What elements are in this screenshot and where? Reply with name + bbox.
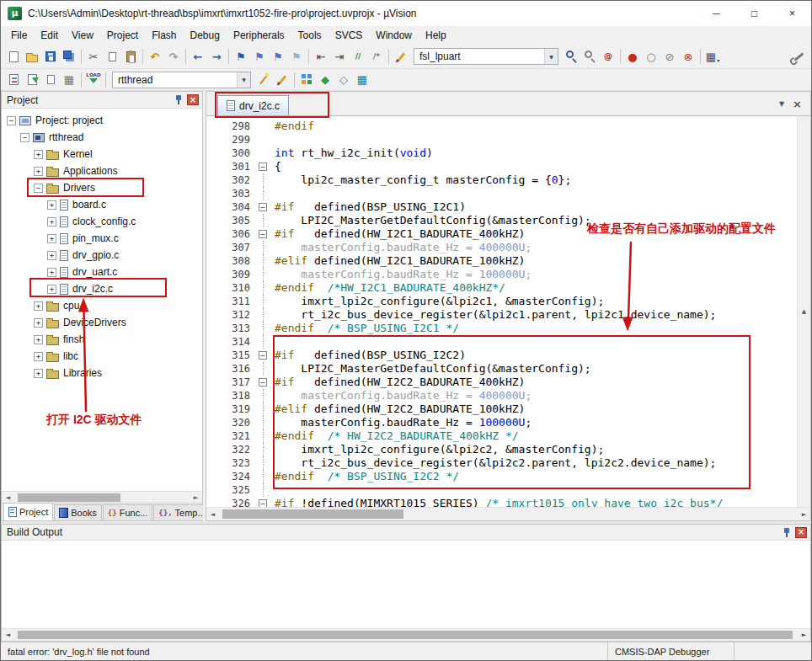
- code-line-309[interactable]: 309 masterConfig.baudRate_Hz = 100000U;: [206, 268, 797, 281]
- tree-expander-icon[interactable]: +: [34, 369, 43, 378]
- code-line-306[interactable]: 306−#if defined(HW_I2C1_BADURATE_400kHZ): [206, 227, 797, 241]
- code-line-312[interactable]: 312 rt_i2c_bus_device_register(&lpi2c1.p…: [206, 308, 797, 322]
- tree-expander-icon[interactable]: +: [34, 167, 43, 176]
- bookmark-toggle-icon[interactable]: ⚑: [232, 47, 250, 66]
- find-in-files-icon[interactable]: [562, 47, 580, 66]
- menu-window[interactable]: Window: [369, 27, 419, 44]
- redo-icon[interactable]: ↷: [164, 47, 183, 66]
- scroll-thumb[interactable]: [18, 493, 120, 502]
- bookmark-next-icon[interactable]: ⚑: [269, 47, 287, 66]
- tree-expander-icon[interactable]: −: [7, 116, 16, 125]
- tree-item-label[interactable]: cpu: [63, 300, 79, 312]
- save-file-icon[interactable]: [41, 47, 60, 66]
- scroll-left-icon[interactable]: [2, 629, 14, 641]
- code-line-315[interactable]: 315−#if defined(BSP_USING_I2C2): [206, 349, 797, 362]
- code-line-324[interactable]: 324#endif /* BSP_USING_I2C2 */: [206, 470, 797, 483]
- disable-all-breakpoints-icon[interactable]: ⊘: [660, 47, 679, 66]
- tree-item-label[interactable]: Drivers: [63, 182, 95, 194]
- code-line-310[interactable]: 310#endif /*HW_I2C1_BADURATE_400kHZ*/: [206, 281, 797, 295]
- pack-installer-icon[interactable]: ◇: [334, 71, 353, 89]
- scroll-track[interactable]: [219, 508, 798, 520]
- navigate-forward-icon[interactable]: →: [207, 47, 226, 66]
- tree-item-label[interactable]: Applications: [63, 165, 118, 177]
- tree-item-label[interactable]: finsh: [63, 333, 84, 345]
- scroll-left-icon[interactable]: [2, 492, 14, 503]
- panel-close-icon[interactable]: [795, 527, 807, 538]
- open-file-icon[interactable]: [23, 47, 41, 66]
- code-line-321[interactable]: 321#endif /* HW_I2C2_BADURATE_400kHZ */: [206, 429, 797, 443]
- tree-expander-icon[interactable]: +: [47, 268, 56, 277]
- copy-icon[interactable]: [103, 47, 121, 66]
- scroll-right-icon[interactable]: [190, 492, 202, 503]
- debug-dialog-windows-icon[interactable]: ▦▾: [703, 47, 722, 66]
- tree-expander-icon[interactable]: +: [34, 318, 43, 328]
- translate-file-icon[interactable]: [4, 71, 23, 89]
- navigate-back-icon[interactable]: ←: [189, 47, 207, 66]
- editor-hscrollbar[interactable]: [206, 507, 810, 520]
- tree-item-label[interactable]: rtthread: [49, 131, 83, 143]
- menu-help[interactable]: Help: [419, 27, 453, 44]
- new-file-icon[interactable]: [4, 47, 23, 66]
- tree-item-label[interactable]: Project: project: [35, 115, 103, 126]
- code-line-303[interactable]: 303: [206, 187, 797, 200]
- code-line-316[interactable]: 316 LPI2C_MasterGetDefaultConfig(&master…: [206, 362, 797, 376]
- code-line-317[interactable]: 317−#if defined(HW_I2C2_BADURATE_400kHZ): [206, 376, 797, 389]
- tree-expander-icon[interactable]: +: [34, 301, 43, 311]
- uncomment-selection-icon[interactable]: /*: [367, 47, 386, 66]
- tree-item-label[interactable]: libc: [63, 350, 78, 362]
- menu-edit[interactable]: Edit: [34, 27, 65, 44]
- tree-item-label[interactable]: board.c: [72, 199, 106, 211]
- code-line-320[interactable]: 320 masterConfig.baudRate_Hz = 100000U;: [206, 416, 797, 429]
- code-line-305[interactable]: 305 LPI2C_MasterGetDefaultConfig(&master…: [206, 214, 797, 227]
- code-line-323[interactable]: 323 rt_i2c_bus_device_register(&lpi2c2.p…: [206, 456, 797, 470]
- tree-expander-icon[interactable]: +: [47, 217, 56, 227]
- manage-project-items-icon[interactable]: [297, 71, 316, 89]
- code-line-313[interactable]: 313#endif /* BSP_USING_I2C1 */: [206, 322, 797, 335]
- maximize-button[interactable]: □: [735, 1, 773, 26]
- rebuild-all-icon[interactable]: [41, 71, 60, 89]
- menu-peripherals[interactable]: Peripherals: [227, 27, 291, 44]
- scroll-track[interactable]: [14, 492, 190, 503]
- code-line-325[interactable]: 325: [206, 483, 797, 497]
- save-all-icon[interactable]: [60, 47, 78, 66]
- undo-icon[interactable]: ↶: [146, 47, 164, 66]
- menu-project[interactable]: Project: [100, 27, 145, 44]
- unindent-icon[interactable]: ⇤: [312, 47, 330, 66]
- fold-collapse-icon[interactable]: −: [259, 230, 267, 238]
- batch-build-icon[interactable]: ▦: [60, 71, 78, 89]
- menu-debug[interactable]: Debug: [184, 27, 227, 44]
- tree-item-label[interactable]: DeviceDrivers: [63, 317, 126, 328]
- bookmark-previous-icon[interactable]: ⚑: [250, 47, 269, 66]
- code-editor[interactable]: 298#endif299300int rt_hw_i2c_init(void)3…: [206, 116, 797, 507]
- code-line-322[interactable]: 322 imxrt_lpi2c_configure(&lpi2c2, &mast…: [206, 443, 797, 456]
- panel-tab-temp-[interactable]: {},Temp...: [153, 504, 210, 520]
- close-document-icon[interactable]: [793, 99, 802, 109]
- insert-remove-breakpoint-icon[interactable]: ●: [623, 47, 642, 66]
- tab-drv-i2c[interactable]: drv_i2c.c: [217, 95, 289, 115]
- menu-file[interactable]: File: [4, 27, 34, 44]
- panel-close-icon[interactable]: [187, 94, 199, 105]
- fold-collapse-icon[interactable]: −: [259, 203, 267, 211]
- scroll-right-icon[interactable]: [798, 508, 810, 520]
- build-output-hscrollbar[interactable]: [2, 628, 810, 641]
- comment-selection-icon[interactable]: //: [349, 47, 367, 66]
- tree-item-label[interactable]: drv_gpio.c: [72, 249, 119, 261]
- code-line-304[interactable]: 304−#if defined(BSP_USING_I2C1): [206, 200, 797, 214]
- manage-rte-icon[interactable]: ◆: [316, 71, 334, 89]
- fold-collapse-icon[interactable]: −: [259, 163, 267, 171]
- tree-item-label[interactable]: drv_i2c.c: [72, 283, 113, 295]
- build-target-icon[interactable]: [23, 71, 41, 89]
- tree-item-label[interactable]: clock_config.c: [72, 216, 136, 227]
- paste-icon[interactable]: [121, 47, 140, 66]
- code-line-326[interactable]: 326−#if !defined(MIMXRT1015_SERIES) /* i…: [206, 497, 797, 507]
- project-hscrollbar[interactable]: [2, 491, 202, 503]
- code-line-300[interactable]: 300int rt_hw_i2c_init(void): [206, 147, 797, 160]
- menu-flash[interactable]: Flash: [145, 27, 183, 44]
- tree-item-label[interactable]: Kernel: [63, 148, 93, 160]
- menu-tools[interactable]: Tools: [291, 27, 329, 44]
- download-to-flash-icon[interactable]: [84, 71, 103, 89]
- code-line-301[interactable]: 301−{: [206, 160, 797, 173]
- code-line-302[interactable]: 302 lpi2c_master_config_t masterConfig =…: [206, 173, 797, 187]
- scroll-thumb[interactable]: [18, 631, 793, 639]
- scroll-left-icon[interactable]: [206, 508, 219, 520]
